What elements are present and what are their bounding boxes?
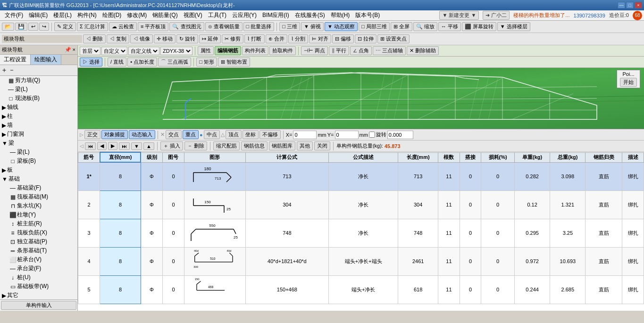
menu-floor[interactable]: 楼层(L): [50, 10, 75, 20]
btn-edit-rebar[interactable]: 编辑钢筋: [215, 46, 241, 55]
btn-dynamic-view[interactable]: ▼ 动态观察: [325, 22, 358, 31]
menu-edit[interactable]: 编辑(E): [26, 10, 50, 20]
btn-nav-last[interactable]: ⏭: [119, 142, 130, 150]
cell-diameter[interactable]: 8: [100, 275, 141, 304]
tree-pile-rebar[interactable]: ↕ 桩主筋(R): [0, 219, 77, 228]
btn-coord[interactable]: 坐标: [243, 130, 259, 139]
menu-part[interactable]: 构件(N): [75, 10, 100, 20]
btn-pick-part[interactable]: 拾取构件: [269, 46, 296, 55]
btn-pan[interactable]: ↔ 平移: [438, 22, 461, 31]
btn-break[interactable]: ⌇ 打断: [244, 34, 264, 43]
btn-nav-down[interactable]: ▼: [131, 142, 142, 150]
btn-mid[interactable]: 中点: [204, 130, 220, 139]
btn-nav-prev[interactable]: ◀: [97, 142, 107, 150]
sidebar-pin[interactable]: 📌 ×: [65, 47, 75, 53]
floor-select[interactable]: 首层: [80, 47, 100, 55]
y-input[interactable]: [335, 131, 359, 139]
table-row[interactable]: 3 8 Φ 0 550 25 748 净长 748 11 0 0 0.295 3…: [78, 219, 644, 247]
tree-other[interactable]: ▶ 其它: [0, 291, 77, 299]
menu-view[interactable]: 视图(V): [181, 10, 205, 20]
btn-three-arc[interactable]: ⌒ 三点画弧: [158, 58, 191, 66]
btn-nav-next[interactable]: ▶: [108, 142, 117, 150]
menu-bim[interactable]: BIM应用(I): [259, 10, 292, 20]
tab-engineering-setup[interactable]: 工程设置: [0, 55, 31, 65]
rebar-table-area[interactable]: 筋号 直径(mm) 级别 图号 图形 计算公式 公式描述 长度(mm) 根数 搭…: [78, 152, 644, 311]
btn-view-rebar[interactable]: ⊙ 查看钢筋量: [205, 22, 243, 31]
custom-select[interactable]: 自定义: [101, 47, 127, 55]
tree-cap-beam[interactable]: — 承台梁(F): [0, 264, 77, 273]
btn-no-move[interactable]: 不偏移: [259, 130, 281, 139]
btn-move[interactable]: ✛ 移动: [154, 34, 176, 43]
btn-find[interactable]: 🔍 查找图元: [169, 22, 204, 31]
btn-ortho[interactable]: 正交: [84, 130, 100, 139]
tree-foundation[interactable]: ▼ 基础: [0, 174, 77, 183]
btn-top[interactable]: 顶点: [226, 130, 242, 139]
btn-intersect[interactable]: 交点: [166, 130, 182, 139]
btn-rebar-info[interactable]: 钢筋信息: [241, 141, 268, 150]
btn-dynamic-input[interactable]: 动态输入: [129, 130, 155, 139]
btn-redo[interactable]: ↪: [39, 23, 49, 31]
btn-select-floor[interactable]: ▼ 选择楼层: [497, 22, 530, 31]
guang-er-btn[interactable]: ➜ 广小二: [483, 11, 510, 20]
menu-file[interactable]: 文件(F): [2, 10, 26, 20]
btn-align[interactable]: ⊨ 对齐: [309, 34, 331, 43]
menu-qty[interactable]: 钢筋量(Q): [150, 10, 180, 20]
btn-partial-3d[interactable]: □ 局部三维: [359, 22, 390, 31]
tree-beam2[interactable]: ▼ 梁: [0, 139, 77, 148]
btn-undo[interactable]: ↩: [28, 23, 38, 31]
rotate-check[interactable]: [369, 132, 375, 138]
tree-shear-wall[interactable]: ▦ 剪力墙(Q): [0, 76, 77, 85]
table-row[interactable]: 4 8 Φ 0 510 40d 40d 300 40*d+1821+40*d 端…: [78, 247, 644, 275]
cell-diameter[interactable]: 8: [100, 190, 141, 219]
tree-isolated[interactable]: ⊡ 独立基础(P): [0, 237, 77, 246]
tree-cap[interactable]: ⬜ 桩承台(V): [0, 255, 77, 264]
btn-pt-angle[interactable]: ∠ 点角: [350, 46, 372, 55]
btn-offset[interactable]: ⊟ 偏移: [332, 34, 354, 43]
tree-axis[interactable]: ▶ 轴线: [0, 103, 77, 112]
btn-close[interactable]: 关闭: [314, 141, 330, 150]
btn-top-view[interactable]: ▼ 俯视: [301, 22, 324, 31]
btn-extend[interactable]: ↦ 延伸: [199, 34, 221, 43]
tree-beam-b[interactable]: □ 梁板(B): [0, 157, 77, 166]
btn-nav-first[interactable]: ⏮: [85, 142, 96, 150]
single-part-btn[interactable]: 单构件输入: [1, 301, 76, 310]
cell-diameter[interactable]: 8: [100, 219, 141, 247]
tree-beam-l[interactable]: — 梁(L): [0, 148, 77, 157]
menu-cloud[interactable]: 云应用(Y): [229, 10, 259, 20]
tab-drawing-input[interactable]: 绘图输入: [31, 55, 61, 65]
btn-open[interactable]: 📂: [2, 23, 14, 31]
rotate-input[interactable]: [387, 131, 413, 139]
btn-batch-select[interactable]: □ 批量选择: [243, 22, 275, 31]
tree-raft-neg[interactable]: ≡ 筏板负筋(X): [0, 228, 77, 237]
table-row[interactable]: 2 8 Φ 0 150 25 304 净长 304 11 0 0 0.12 1.…: [78, 190, 644, 219]
btn-merge[interactable]: ⊕ 合并: [266, 34, 287, 43]
btn-copy[interactable]: ◁ 复制: [107, 34, 129, 43]
tree-strip[interactable]: ═ 条形基础(T): [0, 246, 77, 255]
tree-cast-slab[interactable]: □ 现浇板(B): [0, 94, 77, 103]
tree-col[interactable]: ▶ 柱: [0, 112, 77, 121]
btn-split[interactable]: ⌇ 分割: [288, 34, 308, 43]
btn-define[interactable]: ✎ 定义: [54, 22, 76, 31]
btn-trim[interactable]: ✂ 修剪: [222, 34, 243, 43]
btn-fullscreen[interactable]: ⊞ 全屏: [391, 22, 412, 31]
btn-zoom-fit[interactable]: 缩尺配筋: [213, 141, 240, 150]
table-row[interactable]: 5 8 Φ 0 468 150 150+468 端头+净长 618 11 0 0…: [78, 275, 644, 304]
btn-del-aux[interactable]: ✕ 删除辅助: [407, 46, 439, 55]
menu-service[interactable]: 在线服务(S): [292, 10, 328, 20]
btn-rect[interactable]: □ 矩形: [196, 58, 217, 66]
zdyx-select[interactable]: ZDYX-38: [160, 47, 192, 55]
tree-raft[interactable]: ▦ 筏板基础(M): [0, 192, 77, 201]
btn-nav-up[interactable]: ▲: [143, 142, 154, 150]
btn-screen-rotate[interactable]: ⬛ 屏幕旋转: [462, 22, 496, 31]
btn-3d[interactable]: □ 三维: [279, 22, 300, 31]
btn-calc[interactable]: Σ 汇总计算: [77, 22, 108, 31]
menu-tools[interactable]: 工具(T): [205, 10, 229, 20]
btn-stretch[interactable]: ⊡ 拉伸: [355, 34, 376, 43]
btn-parallel[interactable]: ∥ 平行: [329, 46, 349, 55]
btn-rebar-lib[interactable]: 钢筋图库: [269, 141, 295, 150]
btn-align-slab[interactable]: ≡ 平齐板顶: [138, 22, 168, 31]
btn-object-snap[interactable]: 对象捕捉: [101, 130, 128, 139]
btn-mirror[interactable]: ◁ 镜像: [130, 34, 153, 43]
menu-version[interactable]: 版本号(B): [352, 10, 383, 20]
tree-pit[interactable]: ⊓ 集水坑(K): [0, 201, 77, 210]
